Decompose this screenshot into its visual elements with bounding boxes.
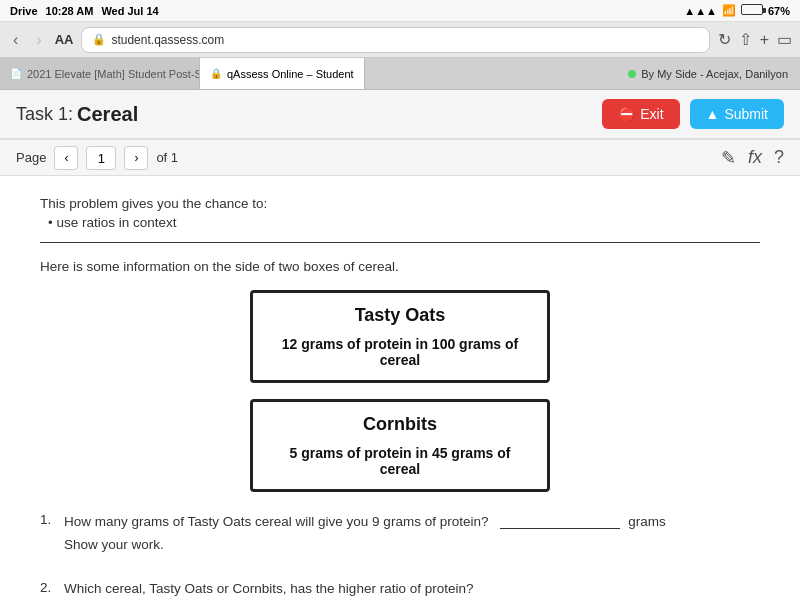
browser-tabs: 📄 2021 Elevate [Math] Student Post-Surve… [0, 58, 800, 90]
main-content: This problem gives you the chance to: • … [0, 176, 800, 600]
url-text: student.qassess.com [111, 33, 224, 47]
page-bar: Page ‹ 1 › of 1 ✎ fx ? [0, 140, 800, 176]
q2-text: Which cereal, Tasty Oats or Cornbits, ha… [64, 581, 473, 596]
cornbits-detail: 5 grams of protein in 45 grams of cereal [273, 445, 527, 477]
user-dot [628, 70, 636, 78]
tab-user: By My Side - Acejax, Danilyon [616, 58, 800, 89]
submit-label: Submit [724, 106, 768, 122]
tasty-oats-detail: 12 grams of protein in 100 grams of cere… [273, 336, 527, 368]
question-2: 2. Which cereal, Tasty Oats or Cornbits,… [40, 580, 760, 600]
tabs-button[interactable]: ▭ [777, 30, 792, 49]
intro-line1: This problem gives you the chance to: [40, 196, 760, 211]
task-prefix: Task 1: [16, 104, 73, 125]
submit-button[interactable]: ▲ Submit [690, 99, 784, 129]
reader-button[interactable]: AA [55, 32, 74, 47]
tab-survey[interactable]: 📄 2021 Elevate [Math] Student Post-Surve… [0, 58, 200, 89]
tab-qassess-label: qAssess Online – Student [227, 68, 354, 80]
refresh-button[interactable]: ↻ [718, 30, 731, 49]
questions-section: 1. How many grams of Tasty Oats cereal w… [40, 512, 760, 600]
q1-text: How many grams of Tasty Oats cereal will… [64, 514, 488, 529]
q1-answer-line[interactable] [500, 512, 620, 529]
tab-survey-label: 2021 Elevate [Math] Student Post-Survey [27, 68, 200, 80]
help-tool-button[interactable]: ? [774, 147, 784, 168]
q1-units: grams [628, 514, 666, 529]
exit-button[interactable]: ⛔ Exit [602, 99, 679, 129]
exit-icon: ⛔ [618, 106, 635, 122]
divider [40, 242, 760, 243]
status-day: Wed Jul 14 [101, 5, 158, 17]
new-tab-button[interactable]: + [760, 31, 769, 49]
status-bar: Drive 10:28 AM Wed Jul 14 ▲▲▲ 📶 67% [0, 0, 800, 22]
battery-percent: 67% [768, 5, 790, 17]
q1-show-work: Show your work. [64, 537, 760, 552]
exit-label: Exit [640, 106, 663, 122]
next-page-button[interactable]: › [124, 146, 148, 170]
lock-icon: 🔒 [92, 33, 106, 46]
signal-icon: ▲▲▲ [684, 5, 717, 17]
share-button[interactable]: ⇧ [739, 30, 752, 49]
cereal-box-tasty-oats: Tasty Oats 12 grams of protein in 100 gr… [250, 290, 550, 383]
tab-qassess[interactable]: 🔒 qAssess Online – Student [200, 58, 365, 89]
tasty-oats-name: Tasty Oats [273, 305, 527, 326]
battery-indicator [741, 4, 763, 17]
current-page: 1 [86, 146, 116, 170]
total-pages: of 1 [156, 150, 178, 165]
page-label: Page [16, 150, 46, 165]
app-header: Task 1: Cereal ⛔ Exit ▲ Submit [0, 90, 800, 140]
cereal-box-cornbits: Cornbits 5 grams of protein in 45 grams … [250, 399, 550, 492]
task-title: Cereal [77, 103, 138, 126]
forward-button[interactable]: › [31, 29, 46, 51]
url-bar[interactable]: 🔒 student.qassess.com [81, 27, 709, 53]
intro-bullet: • use ratios in context [40, 215, 760, 230]
question-1: 1. How many grams of Tasty Oats cereal w… [40, 512, 760, 552]
app-name: Drive [10, 5, 38, 17]
tab-user-label: By My Side - Acejax, Danilyon [641, 68, 788, 80]
formula-tool-button[interactable]: fx [748, 147, 762, 168]
tab-survey-icon: 📄 [10, 68, 22, 79]
cereal-info-text: Here is some information on the side of … [40, 259, 760, 274]
edit-tool-button[interactable]: ✎ [721, 147, 736, 169]
back-button[interactable]: ‹ [8, 29, 23, 51]
wifi-icon: 📶 [722, 4, 736, 17]
tab-qassess-icon: 🔒 [210, 68, 222, 79]
q2-number: 2. [40, 580, 56, 600]
submit-icon: ▲ [706, 106, 720, 122]
q1-number: 1. [40, 512, 56, 552]
status-time: 10:28 AM [46, 5, 94, 17]
cornbits-name: Cornbits [273, 414, 527, 435]
prev-page-button[interactable]: ‹ [54, 146, 78, 170]
browser-bar: ‹ › AA 🔒 student.qassess.com ↻ ⇧ + ▭ [0, 22, 800, 58]
